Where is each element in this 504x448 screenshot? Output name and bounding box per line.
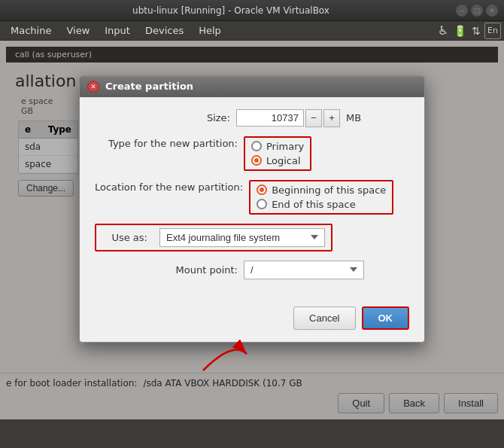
size-label: Size:	[95, 112, 230, 123]
main-content: call (as superuser) allation type e spac…	[0, 41, 504, 419]
mount-row: Mount point: / /boot /home /tmp /usr /va…	[95, 261, 409, 279]
cancel-button[interactable]: Cancel	[293, 306, 355, 330]
location-beginning-label: Beginning of this space	[272, 184, 386, 196]
type-primary-radio[interactable]	[251, 141, 262, 151]
titlebar-buttons: − □ ✕	[456, 5, 498, 17]
titlebar: ubtu-linux [Running] - Oracle VM Virtual…	[0, 0, 504, 21]
location-radio-group: Beginning of this space End of this spac…	[257, 184, 386, 210]
keyboard-icon: En	[484, 23, 501, 39]
type-options-highlight: Primary Logical	[244, 136, 311, 171]
close-button[interactable]: ✕	[486, 5, 498, 17]
type-primary-label: Primary	[266, 141, 304, 152]
location-beginning-radio[interactable]	[257, 184, 267, 195]
location-label: Location for the new partition:	[95, 180, 243, 193]
mount-label: Mount point:	[95, 264, 238, 276]
location-beginning-option[interactable]: Beginning of this space	[257, 184, 386, 196]
useas-row: Use as: Ext4 journaling file system Ext3…	[95, 224, 409, 251]
type-radio-group: Primary Logical	[251, 141, 304, 166]
location-row: Location for the new partition: Beginnin…	[95, 180, 409, 215]
useas-select[interactable]: Ext4 journaling file system Ext3 journal…	[159, 228, 325, 247]
size-unit: MB	[346, 112, 361, 123]
dialog-titlebar: ✕ Create partition	[80, 76, 424, 97]
type-logical-radio[interactable]	[251, 155, 262, 166]
type-label: Type for the new partition:	[95, 136, 238, 149]
dialog-footer: Cancel OK	[80, 300, 424, 342]
type-logical-label: Logical	[266, 155, 301, 166]
menubar: Machine View Input Devices Help ♿ 🔋 ⇅ En	[0, 21, 504, 41]
location-end-label: End of this space	[272, 199, 356, 210]
location-end-radio[interactable]	[257, 199, 267, 209]
size-controls: − + MB	[236, 109, 361, 127]
network-icon: ⇅	[468, 23, 484, 39]
type-primary-option[interactable]: Primary	[251, 141, 304, 152]
maximize-button[interactable]: □	[471, 5, 483, 17]
accessibility-icon: ♿	[435, 23, 451, 39]
size-increase-button[interactable]: +	[323, 109, 340, 127]
type-row: Type for the new partition: Primary Logi…	[95, 136, 409, 171]
useas-label: Use as:	[102, 232, 147, 243]
location-end-option[interactable]: End of this space	[257, 199, 386, 210]
create-partition-dialog: ✕ Create partition Size: − + MB Type for…	[79, 75, 425, 343]
menu-input[interactable]: Input	[97, 23, 138, 38]
useas-highlight: Use as: Ext4 journaling file system Ext3…	[95, 224, 332, 251]
dialog-title: Create partition	[105, 81, 193, 92]
menu-devices[interactable]: Devices	[138, 23, 191, 38]
minimize-button[interactable]: −	[456, 5, 468, 17]
menu-help[interactable]: Help	[191, 23, 229, 38]
mount-select[interactable]: / /boot /home /tmp /usr /var	[244, 261, 364, 279]
ok-button[interactable]: OK	[362, 306, 410, 330]
dialog-close-button[interactable]: ✕	[87, 81, 99, 93]
size-input[interactable]	[236, 109, 304, 126]
menu-machine[interactable]: Machine	[3, 23, 59, 38]
titlebar-title: ubtu-linux [Running] - Oracle VM Virtual…	[6, 5, 456, 16]
size-row: Size: − + MB	[95, 109, 409, 127]
type-logical-option[interactable]: Logical	[251, 155, 304, 166]
location-options-highlight: Beginning of this space End of this spac…	[249, 180, 393, 215]
size-decrease-button[interactable]: −	[305, 109, 322, 127]
battery-icon: 🔋	[451, 23, 468, 39]
dialog-body: Size: − + MB Type for the new partition:…	[80, 97, 424, 300]
menu-view[interactable]: View	[59, 23, 97, 38]
